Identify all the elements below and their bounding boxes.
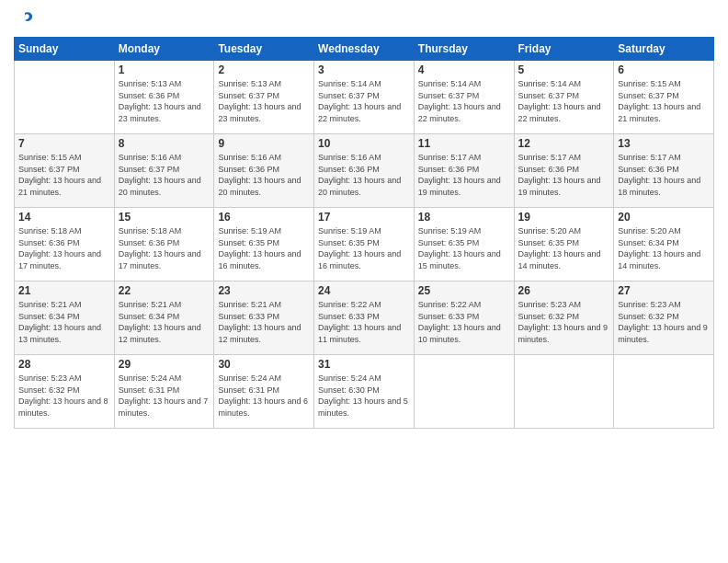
calendar-cell: 9Sunrise: 5:16 AMSunset: 6:36 PMDaylight… [214, 134, 314, 208]
calendar-cell: 23Sunrise: 5:21 AMSunset: 6:33 PMDayligh… [214, 282, 314, 355]
calendar-cell: 19Sunrise: 5:20 AMSunset: 6:35 PMDayligh… [514, 208, 614, 282]
day-number: 16 [218, 211, 310, 224]
calendar-cell: 6Sunrise: 5:15 AMSunset: 6:37 PMDaylight… [614, 61, 714, 134]
day-number: 13 [618, 137, 710, 150]
logo-bird-icon [15, 9, 35, 29]
day-info: Sunrise: 5:24 AMSunset: 6:31 PMDaylight:… [218, 373, 310, 419]
day-number: 25 [418, 284, 510, 297]
col-wednesday: Wednesday [314, 38, 415, 61]
day-number: 26 [518, 284, 610, 297]
calendar-cell: 22Sunrise: 5:21 AMSunset: 6:34 PMDayligh… [114, 282, 214, 355]
day-number: 8 [119, 137, 210, 150]
col-thursday: Thursday [414, 38, 514, 61]
day-number: 20 [618, 211, 710, 224]
calendar-cell [414, 355, 514, 429]
day-info: Sunrise: 5:17 AMSunset: 6:36 PMDaylight:… [418, 152, 510, 198]
day-number: 21 [18, 284, 110, 297]
calendar-cell: 29Sunrise: 5:24 AMSunset: 6:31 PMDayligh… [114, 355, 214, 429]
day-info: Sunrise: 5:17 AMSunset: 6:36 PMDaylight:… [618, 152, 710, 198]
day-number: 31 [318, 358, 410, 371]
col-friday: Friday [514, 38, 614, 61]
calendar-cell: 20Sunrise: 5:20 AMSunset: 6:34 PMDayligh… [614, 208, 714, 282]
day-info: Sunrise: 5:22 AMSunset: 6:33 PMDaylight:… [318, 299, 410, 345]
day-number: 9 [218, 137, 310, 150]
day-number: 6 [618, 63, 710, 76]
day-number: 5 [518, 63, 610, 76]
day-number: 28 [18, 358, 110, 371]
day-info: Sunrise: 5:23 AMSunset: 6:32 PMDaylight:… [518, 299, 610, 345]
day-number: 22 [119, 284, 210, 297]
day-info: Sunrise: 5:17 AMSunset: 6:36 PMDaylight:… [518, 152, 610, 198]
day-number: 23 [218, 284, 310, 297]
calendar-cell: 4Sunrise: 5:14 AMSunset: 6:37 PMDaylight… [414, 61, 514, 134]
calendar-cell: 13Sunrise: 5:17 AMSunset: 6:36 PMDayligh… [614, 134, 714, 208]
calendar-table: Sunday Monday Tuesday Wednesday Thursday… [14, 37, 714, 429]
day-info: Sunrise: 5:24 AMSunset: 6:30 PMDaylight:… [318, 373, 410, 419]
header [14, 9, 714, 29]
day-info: Sunrise: 5:15 AMSunset: 6:37 PMDaylight:… [618, 78, 710, 124]
calendar-cell: 10Sunrise: 5:16 AMSunset: 6:36 PMDayligh… [314, 134, 415, 208]
calendar-cell: 25Sunrise: 5:22 AMSunset: 6:33 PMDayligh… [414, 282, 514, 355]
col-sunday: Sunday [15, 38, 115, 61]
calendar-cell: 26Sunrise: 5:23 AMSunset: 6:32 PMDayligh… [514, 282, 614, 355]
col-tuesday: Tuesday [214, 38, 314, 61]
day-info: Sunrise: 5:16 AMSunset: 6:37 PMDaylight:… [119, 152, 210, 198]
day-info: Sunrise: 5:23 AMSunset: 6:32 PMDaylight:… [618, 299, 710, 345]
day-number: 29 [119, 358, 210, 371]
day-number: 30 [218, 358, 310, 371]
day-info: Sunrise: 5:21 AMSunset: 6:34 PMDaylight:… [18, 299, 110, 345]
day-number: 17 [318, 211, 410, 224]
col-monday: Monday [114, 38, 214, 61]
day-number: 19 [518, 211, 610, 224]
day-number: 24 [318, 284, 410, 297]
calendar-week-row: 21Sunrise: 5:21 AMSunset: 6:34 PMDayligh… [15, 282, 714, 355]
calendar-cell: 17Sunrise: 5:19 AMSunset: 6:35 PMDayligh… [314, 208, 415, 282]
day-info: Sunrise: 5:13 AMSunset: 6:37 PMDaylight:… [218, 78, 310, 124]
calendar-header-row: Sunday Monday Tuesday Wednesday Thursday… [15, 38, 714, 61]
calendar-cell: 2Sunrise: 5:13 AMSunset: 6:37 PMDaylight… [214, 61, 314, 134]
day-info: Sunrise: 5:24 AMSunset: 6:31 PMDaylight:… [119, 373, 210, 419]
day-info: Sunrise: 5:21 AMSunset: 6:34 PMDaylight:… [119, 299, 210, 345]
logo [14, 9, 36, 29]
day-info: Sunrise: 5:18 AMSunset: 6:36 PMDaylight:… [18, 225, 110, 271]
calendar-cell: 3Sunrise: 5:14 AMSunset: 6:37 PMDaylight… [314, 61, 415, 134]
calendar-cell: 15Sunrise: 5:18 AMSunset: 6:36 PMDayligh… [114, 208, 214, 282]
calendar-cell [15, 61, 115, 134]
day-number: 14 [18, 211, 110, 224]
calendar-cell: 11Sunrise: 5:17 AMSunset: 6:36 PMDayligh… [414, 134, 514, 208]
calendar-week-row: 14Sunrise: 5:18 AMSunset: 6:36 PMDayligh… [15, 208, 714, 282]
calendar-cell: 31Sunrise: 5:24 AMSunset: 6:30 PMDayligh… [314, 355, 415, 429]
day-number: 11 [418, 137, 510, 150]
calendar-week-row: 7Sunrise: 5:15 AMSunset: 6:37 PMDaylight… [15, 134, 714, 208]
day-info: Sunrise: 5:15 AMSunset: 6:37 PMDaylight:… [18, 152, 110, 198]
day-info: Sunrise: 5:13 AMSunset: 6:36 PMDaylight:… [119, 78, 210, 124]
day-info: Sunrise: 5:14 AMSunset: 6:37 PMDaylight:… [518, 78, 610, 124]
day-info: Sunrise: 5:20 AMSunset: 6:35 PMDaylight:… [518, 225, 610, 271]
day-number: 12 [518, 137, 610, 150]
day-number: 2 [218, 63, 310, 76]
calendar-cell: 18Sunrise: 5:19 AMSunset: 6:35 PMDayligh… [414, 208, 514, 282]
day-info: Sunrise: 5:22 AMSunset: 6:33 PMDaylight:… [418, 299, 510, 345]
day-info: Sunrise: 5:14 AMSunset: 6:37 PMDaylight:… [318, 78, 410, 124]
calendar-week-row: 28Sunrise: 5:23 AMSunset: 6:32 PMDayligh… [15, 355, 714, 429]
calendar-cell: 14Sunrise: 5:18 AMSunset: 6:36 PMDayligh… [15, 208, 115, 282]
day-number: 4 [418, 63, 510, 76]
calendar-week-row: 1Sunrise: 5:13 AMSunset: 6:36 PMDaylight… [15, 61, 714, 134]
calendar-cell: 5Sunrise: 5:14 AMSunset: 6:37 PMDaylight… [514, 61, 614, 134]
day-number: 18 [418, 211, 510, 224]
day-info: Sunrise: 5:18 AMSunset: 6:36 PMDaylight:… [119, 225, 210, 271]
calendar-cell [614, 355, 714, 429]
calendar-cell: 21Sunrise: 5:21 AMSunset: 6:34 PMDayligh… [15, 282, 115, 355]
day-number: 10 [318, 137, 410, 150]
calendar-cell: 24Sunrise: 5:22 AMSunset: 6:33 PMDayligh… [314, 282, 415, 355]
day-info: Sunrise: 5:21 AMSunset: 6:33 PMDaylight:… [218, 299, 310, 345]
day-info: Sunrise: 5:14 AMSunset: 6:37 PMDaylight:… [418, 78, 510, 124]
calendar-cell: 16Sunrise: 5:19 AMSunset: 6:35 PMDayligh… [214, 208, 314, 282]
calendar-cell [514, 355, 614, 429]
day-info: Sunrise: 5:23 AMSunset: 6:32 PMDaylight:… [18, 373, 110, 419]
calendar-cell: 1Sunrise: 5:13 AMSunset: 6:36 PMDaylight… [114, 61, 214, 134]
day-number: 7 [18, 137, 110, 150]
day-info: Sunrise: 5:16 AMSunset: 6:36 PMDaylight:… [218, 152, 310, 198]
calendar-cell: 12Sunrise: 5:17 AMSunset: 6:36 PMDayligh… [514, 134, 614, 208]
page-container: Sunday Monday Tuesday Wednesday Thursday… [0, 0, 728, 438]
